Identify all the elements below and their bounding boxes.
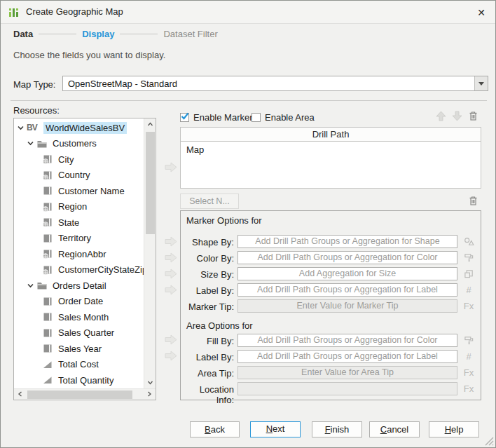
tree-item-state[interactable]: State [14, 215, 144, 231]
paint-roller-icon[interactable] [461, 334, 476, 346]
tree-item-customercitystatezip[interactable]: CustomerCityStateZip [14, 262, 144, 278]
tab-display[interactable]: Display [82, 29, 114, 39]
chevron-down-icon[interactable] [16, 123, 25, 133]
add-to-area-label-arrow-icon[interactable] [164, 350, 178, 362]
formula-icon[interactable]: Fx [461, 300, 476, 312]
horizontal-scrollbar-thumb[interactable] [27, 391, 132, 399]
tree-item-label: Total Quantity [56, 374, 116, 386]
size-by-label: Size By: [181, 269, 234, 280]
options-group-box: Marker Options for Shape By: Add Drill P… [180, 210, 481, 400]
tree-item-label: WorldWideSalesBV [43, 122, 127, 134]
enable-marker-label: Enable Marker [193, 112, 253, 123]
business-view-icon: BV [27, 123, 42, 133]
drill-path-row-map[interactable]: Map [181, 142, 481, 155]
tree-item-worldwidesalesbv[interactable]: BV WorldWideSalesBV [14, 120, 144, 136]
tree-item-customer-name[interactable]: Customer Name [14, 183, 144, 199]
move-down-icon[interactable] [451, 110, 463, 122]
tree-item-country[interactable]: Country [14, 168, 144, 184]
next-button[interactable]: Next [250, 421, 301, 437]
field-icon [42, 296, 53, 307]
size-by-row: Size By: Add Aggregation for Size [181, 267, 481, 280]
measure-icon [42, 359, 53, 370]
add-to-label-arrow-icon[interactable] [164, 284, 178, 296]
size-icon[interactable] [461, 268, 476, 280]
hash-icon[interactable]: # [461, 284, 476, 296]
back-button[interactable]: Back [190, 421, 240, 437]
color-by-row: Color By: Add Drill Path Groups or Aggre… [181, 251, 481, 264]
tab-dataset-filter[interactable]: Dataset Filter [163, 29, 217, 39]
enable-marker-checkbox[interactable] [180, 113, 189, 122]
shape-by-field[interactable]: Add Drill Path Groups or Aggregation for… [237, 235, 457, 248]
help-button[interactable]: Help [429, 421, 479, 437]
area-label-by-row: Label By: Add Drill Path Groups or Aggre… [181, 350, 481, 363]
add-to-shape-arrow-icon[interactable] [164, 236, 178, 247]
fill-by-row: Fill By: Add Drill Path Groups or Aggreg… [181, 334, 481, 347]
marker-options-heading: Marker Options for [186, 215, 262, 226]
fill-by-field[interactable]: Add Drill Path Groups or Aggregation for… [237, 334, 457, 347]
delete-selected-icon[interactable] [467, 195, 479, 207]
tree-item-total-quantity[interactable]: Total Quantity [14, 372, 144, 388]
enable-area-checkbox[interactable] [252, 113, 261, 122]
tree-item-territory[interactable]: Territory [14, 231, 144, 247]
drill-path-table: Drill Path Map [180, 127, 481, 189]
size-by-field[interactable]: Add Aggregation for Size [237, 267, 457, 280]
tree-item-label: City [56, 154, 76, 165]
move-up-icon[interactable] [435, 110, 447, 122]
location-info-row: Location Info: Fx [181, 382, 481, 395]
tree-item-total-cost[interactable]: Total Cost [14, 357, 144, 373]
formula-icon[interactable]: Fx [461, 367, 476, 379]
step-connector [39, 34, 76, 34]
field-icon [42, 327, 53, 339]
vertical-scrollbar-thumb[interactable] [146, 132, 155, 234]
chevron-down-icon[interactable] [26, 139, 35, 148]
tree-item-orders-detail[interactable]: Orders Detail [14, 278, 144, 294]
tree-item-sales-quarter[interactable]: Sales Quarter [14, 325, 144, 341]
formula-icon[interactable]: Fx [461, 383, 476, 395]
add-to-drill-path-arrow-icon[interactable] [164, 161, 178, 173]
add-to-color-arrow-icon[interactable] [164, 252, 178, 264]
tree-item-regionabbr[interactable]: RegionAbbr [14, 246, 144, 262]
geo-field-icon [42, 264, 53, 276]
area-options-heading: Area Options for [186, 320, 253, 331]
shape-icon[interactable] [461, 236, 476, 247]
area-label-by-field[interactable]: Add Drill Path Groups or Aggregation for… [237, 350, 457, 363]
tree-item-region[interactable]: Region [14, 199, 144, 215]
tree-item-label: CustomerCityStateZip [56, 264, 144, 276]
tree-item-label: Territory [56, 232, 93, 244]
paint-roller-icon[interactable] [461, 252, 476, 264]
location-info-field[interactable] [237, 382, 457, 395]
horizontal-scrollbar[interactable] [14, 388, 156, 400]
tree-item-customers[interactable]: Customers [14, 136, 144, 152]
close-icon[interactable]: ✕ [474, 6, 488, 20]
vertical-scrollbar[interactable] [144, 118, 156, 388]
finish-button[interactable]: Finish [312, 421, 362, 437]
add-to-size-arrow-icon[interactable] [164, 268, 178, 280]
select-n-button[interactable]: Select N... [180, 194, 239, 209]
tree-item-label: Sales Quarter [56, 327, 116, 339]
tab-data[interactable]: Data [13, 29, 33, 39]
cancel-button[interactable]: Cancel [369, 421, 420, 437]
tree-item-label: Sales Month [56, 311, 111, 323]
field-icon [42, 185, 53, 196]
map-type-dropdown[interactable]: OpenStreetMap - Standard [62, 76, 488, 91]
tree-item-city[interactable]: City [14, 151, 144, 168]
resize-grip[interactable] [485, 437, 494, 446]
tree-item-sales-year[interactable]: Sales Year [14, 341, 144, 357]
area-tip-field[interactable]: Enter Value for Area Tip [237, 366, 457, 379]
tree-item-order-date[interactable]: Order Date [14, 294, 144, 310]
add-to-fill-arrow-icon[interactable] [164, 334, 178, 346]
chevron-down-icon[interactable] [474, 76, 488, 90]
hash-icon[interactable]: # [461, 351, 476, 362]
marker-tip-field[interactable]: Enter Value for Marker Tip [237, 299, 457, 313]
scroll-left-icon[interactable] [15, 388, 26, 400]
delete-drill-path-icon[interactable] [467, 110, 479, 122]
tree-content: BV WorldWideSalesBV Customers City Count… [14, 120, 144, 388]
tree-item-sales-month[interactable]: Sales Month [14, 309, 144, 325]
scroll-right-icon[interactable] [144, 388, 156, 400]
tree-item-label: Country [56, 169, 92, 181]
scroll-down-icon[interactable] [144, 376, 156, 388]
label-by-field[interactable]: Add Drill Path Groups or Aggregation for… [237, 283, 457, 297]
chevron-down-icon[interactable] [26, 281, 35, 290]
color-by-field[interactable]: Add Drill Path Groups or Aggregation for… [237, 251, 457, 264]
scroll-up-icon[interactable] [144, 118, 156, 130]
